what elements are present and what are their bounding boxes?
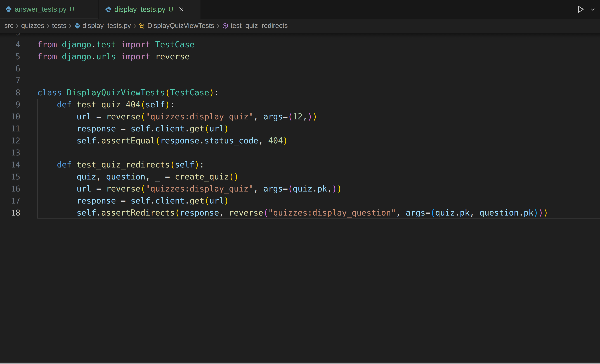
line-number[interactable]: 12 [0,135,20,147]
line-number[interactable]: 15 [0,171,20,183]
code-line-14[interactable]: 14 def test_quiz_redirects(self): [0,159,600,171]
tab-display-tests[interactable]: display_tests.py U [99,0,200,19]
code-line-17[interactable]: 17 response = self.client.get(url) [0,195,600,207]
code-text: url = reverse("quizzes:display_quiz", ar… [37,184,342,194]
code-line-3[interactable]: 3 [0,33,600,38]
line-number[interactable]: 6 [0,63,20,75]
code-lines: 34from django.test import TestCase5from … [0,33,600,219]
code-text: self.assertEqual(response.status_code, 4… [37,136,288,145]
breadcrumb-item-quizzes[interactable]: quizzes [21,22,44,30]
close-icon[interactable] [178,6,184,12]
line-number[interactable]: 3 [0,33,20,38]
line-number[interactable]: 9 [0,99,20,111]
vscode-window: { "colors": { "editor_bg": "#1f1f1f", "t… [0,0,600,364]
line-number[interactable]: 7 [0,75,20,87]
breadcrumb-item-class[interactable]: DisplayQuizViewTests [139,22,214,30]
code-text: class DisplayQuizViewTests(TestCase): [37,88,219,97]
python-file-icon [74,23,80,29]
tab-bar: answer_tests.py U display_tests.py U [0,0,600,19]
breadcrumb-item-file[interactable]: display_tests.py [74,22,131,30]
line-number[interactable]: 18 [0,207,20,219]
code-text: from django.urls import reverse [37,52,189,61]
line-number[interactable]: 14 [0,159,20,171]
panel-top-strip [0,362,600,363]
code-line-8[interactable]: 8class DisplayQuizViewTests(TestCase): [0,87,600,99]
line-number[interactable]: 10 [0,111,20,123]
tab-label: answer_tests.py [15,5,66,13]
editor-actions [576,0,596,19]
code-text: response = self.client.get(url) [37,124,229,133]
code-text: url = reverse("quizzes:display_quiz", ar… [37,112,317,121]
code-text: from django.test import TestCase [37,40,195,49]
tab-answer-tests[interactable]: answer_tests.py U [0,0,98,19]
line-number[interactable]: 8 [0,87,20,99]
code-line-18[interactable]: 18 self.assertRedirects(response, revers… [0,207,600,219]
code-line-15[interactable]: 15 quiz, question, _ = create_quiz() [0,171,600,183]
code-line-16[interactable]: 16 url = reverse("quizzes:display_quiz",… [0,183,600,195]
git-untracked-badge: U [70,5,74,13]
code-line-9[interactable]: 9 def test_quiz_404(self): [0,99,600,111]
line-number[interactable]: 11 [0,123,20,135]
code-line-12[interactable]: 12 self.assertEqual(response.status_code… [0,135,600,147]
line-number[interactable]: 17 [0,195,20,207]
line-number[interactable]: 13 [0,147,20,159]
breadcrumb-item-method[interactable]: test_quiz_redirects [222,22,288,30]
tab-label: display_tests.py [114,5,166,13]
line-number[interactable]: 4 [0,38,20,51]
method-symbol-icon [222,23,228,29]
breadcrumb-item-src[interactable]: src [4,22,13,30]
code-line-4[interactable]: 4from django.test import TestCase [0,38,600,51]
line-number[interactable]: 16 [0,183,20,195]
code-line-10[interactable]: 10 url = reverse("quizzes:display_quiz",… [0,111,600,123]
code-line-11[interactable]: 11 response = self.client.get(url) [0,123,600,135]
code-text: def test_quiz_404(self): [37,100,175,109]
code-line-5[interactable]: 5from django.urls import reverse [0,51,600,63]
line-number[interactable]: 5 [0,51,20,63]
class-symbol-icon [139,23,145,29]
code-line-13[interactable]: 13 [0,147,600,159]
breadcrumb-item-tests[interactable]: tests [52,22,66,30]
run-play-icon[interactable] [576,5,585,14]
git-untracked-badge: U [169,6,173,13]
code-text: response = self.client.get(url) [37,196,229,205]
code-text: quiz, question, _ = create_quiz() [37,172,239,181]
code-text: self.assertRedirects(response, reverse("… [37,208,548,217]
python-file-icon [5,6,12,12]
chevron-down-icon[interactable] [589,6,596,13]
code-text: def test_quiz_redirects(self): [37,160,204,169]
breadcrumb: src › quizzes › tests › display_tests.py… [0,19,600,33]
code-line-7[interactable]: 7 [0,75,600,87]
code-line-6[interactable]: 6 [0,63,600,75]
python-file-icon [105,6,112,13]
code-editor[interactable]: 34from django.test import TestCase5from … [0,33,600,362]
